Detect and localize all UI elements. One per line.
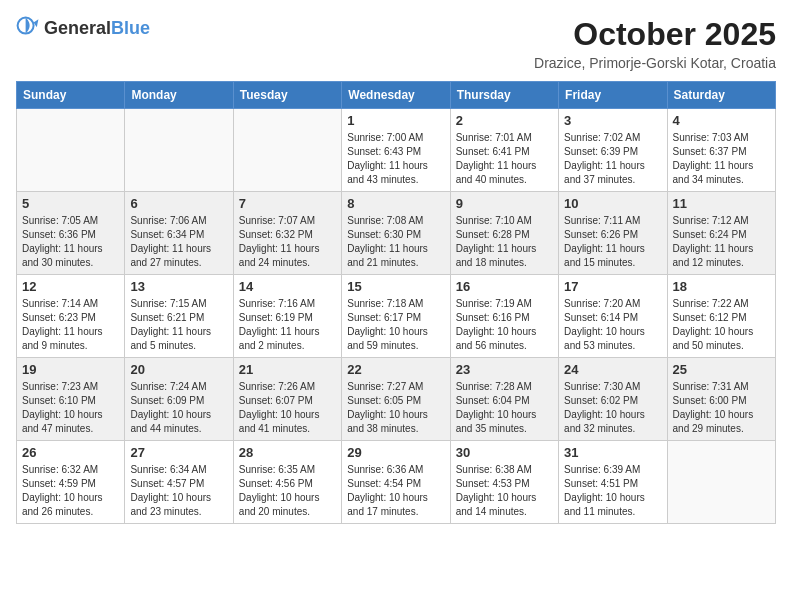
day-number: 10 (564, 196, 661, 211)
day-number: 16 (456, 279, 553, 294)
day-number: 31 (564, 445, 661, 460)
col-tuesday: Tuesday (233, 82, 341, 109)
day-info: Sunrise: 7:19 AM Sunset: 6:16 PM Dayligh… (456, 297, 553, 353)
calendar-cell (233, 109, 341, 192)
day-info: Sunrise: 7:26 AM Sunset: 6:07 PM Dayligh… (239, 380, 336, 436)
day-number: 27 (130, 445, 227, 460)
day-number: 9 (456, 196, 553, 211)
day-number: 8 (347, 196, 444, 211)
day-number: 13 (130, 279, 227, 294)
title-block: October 2025 Drazice, Primorje-Gorski Ko… (534, 16, 776, 71)
calendar-cell: 5Sunrise: 7:05 AM Sunset: 6:36 PM Daylig… (17, 192, 125, 275)
calendar-cell: 18Sunrise: 7:22 AM Sunset: 6:12 PM Dayli… (667, 275, 775, 358)
calendar-cell (17, 109, 125, 192)
calendar-title: October 2025 (534, 16, 776, 53)
day-info: Sunrise: 6:35 AM Sunset: 4:56 PM Dayligh… (239, 463, 336, 519)
col-thursday: Thursday (450, 82, 558, 109)
calendar-table: Sunday Monday Tuesday Wednesday Thursday… (16, 81, 776, 524)
calendar-cell: 29Sunrise: 6:36 AM Sunset: 4:54 PM Dayli… (342, 441, 450, 524)
calendar-cell: 2Sunrise: 7:01 AM Sunset: 6:41 PM Daylig… (450, 109, 558, 192)
day-number: 24 (564, 362, 661, 377)
day-info: Sunrise: 7:24 AM Sunset: 6:09 PM Dayligh… (130, 380, 227, 436)
day-number: 14 (239, 279, 336, 294)
day-info: Sunrise: 7:03 AM Sunset: 6:37 PM Dayligh… (673, 131, 770, 187)
calendar-cell: 9Sunrise: 7:10 AM Sunset: 6:28 PM Daylig… (450, 192, 558, 275)
day-info: Sunrise: 7:11 AM Sunset: 6:26 PM Dayligh… (564, 214, 661, 270)
calendar-cell: 20Sunrise: 7:24 AM Sunset: 6:09 PM Dayli… (125, 358, 233, 441)
day-number: 1 (347, 113, 444, 128)
day-number: 29 (347, 445, 444, 460)
day-number: 12 (22, 279, 119, 294)
calendar-cell (667, 441, 775, 524)
day-info: Sunrise: 6:32 AM Sunset: 4:59 PM Dayligh… (22, 463, 119, 519)
day-number: 6 (130, 196, 227, 211)
logo-icon (16, 16, 40, 40)
day-number: 23 (456, 362, 553, 377)
day-number: 7 (239, 196, 336, 211)
day-info: Sunrise: 6:36 AM Sunset: 4:54 PM Dayligh… (347, 463, 444, 519)
day-number: 20 (130, 362, 227, 377)
day-number: 18 (673, 279, 770, 294)
calendar-location: Drazice, Primorje-Gorski Kotar, Croatia (534, 55, 776, 71)
calendar-cell: 10Sunrise: 7:11 AM Sunset: 6:26 PM Dayli… (559, 192, 667, 275)
week-row-2: 5Sunrise: 7:05 AM Sunset: 6:36 PM Daylig… (17, 192, 776, 275)
day-info: Sunrise: 7:05 AM Sunset: 6:36 PM Dayligh… (22, 214, 119, 270)
calendar-cell: 27Sunrise: 6:34 AM Sunset: 4:57 PM Dayli… (125, 441, 233, 524)
calendar-cell: 15Sunrise: 7:18 AM Sunset: 6:17 PM Dayli… (342, 275, 450, 358)
day-info: Sunrise: 7:31 AM Sunset: 6:00 PM Dayligh… (673, 380, 770, 436)
day-number: 5 (22, 196, 119, 211)
calendar-cell: 19Sunrise: 7:23 AM Sunset: 6:10 PM Dayli… (17, 358, 125, 441)
day-number: 22 (347, 362, 444, 377)
day-number: 30 (456, 445, 553, 460)
day-number: 15 (347, 279, 444, 294)
day-info: Sunrise: 7:14 AM Sunset: 6:23 PM Dayligh… (22, 297, 119, 353)
calendar-cell: 16Sunrise: 7:19 AM Sunset: 6:16 PM Dayli… (450, 275, 558, 358)
day-info: Sunrise: 7:18 AM Sunset: 6:17 PM Dayligh… (347, 297, 444, 353)
calendar-cell: 28Sunrise: 6:35 AM Sunset: 4:56 PM Dayli… (233, 441, 341, 524)
day-number: 21 (239, 362, 336, 377)
day-info: Sunrise: 6:34 AM Sunset: 4:57 PM Dayligh… (130, 463, 227, 519)
calendar-cell: 1Sunrise: 7:00 AM Sunset: 6:43 PM Daylig… (342, 109, 450, 192)
day-info: Sunrise: 7:28 AM Sunset: 6:04 PM Dayligh… (456, 380, 553, 436)
day-info: Sunrise: 6:39 AM Sunset: 4:51 PM Dayligh… (564, 463, 661, 519)
day-info: Sunrise: 7:15 AM Sunset: 6:21 PM Dayligh… (130, 297, 227, 353)
day-number: 28 (239, 445, 336, 460)
day-number: 3 (564, 113, 661, 128)
calendar-cell: 26Sunrise: 6:32 AM Sunset: 4:59 PM Dayli… (17, 441, 125, 524)
day-info: Sunrise: 7:20 AM Sunset: 6:14 PM Dayligh… (564, 297, 661, 353)
calendar-cell: 22Sunrise: 7:27 AM Sunset: 6:05 PM Dayli… (342, 358, 450, 441)
day-info: Sunrise: 7:07 AM Sunset: 6:32 PM Dayligh… (239, 214, 336, 270)
calendar-cell: 3Sunrise: 7:02 AM Sunset: 6:39 PM Daylig… (559, 109, 667, 192)
logo-blue: Blue (111, 18, 150, 38)
week-row-5: 26Sunrise: 6:32 AM Sunset: 4:59 PM Dayli… (17, 441, 776, 524)
day-info: Sunrise: 7:22 AM Sunset: 6:12 PM Dayligh… (673, 297, 770, 353)
calendar-cell: 21Sunrise: 7:26 AM Sunset: 6:07 PM Dayli… (233, 358, 341, 441)
week-row-3: 12Sunrise: 7:14 AM Sunset: 6:23 PM Dayli… (17, 275, 776, 358)
day-number: 4 (673, 113, 770, 128)
calendar-header-row: Sunday Monday Tuesday Wednesday Thursday… (17, 82, 776, 109)
col-friday: Friday (559, 82, 667, 109)
col-saturday: Saturday (667, 82, 775, 109)
day-info: Sunrise: 7:06 AM Sunset: 6:34 PM Dayligh… (130, 214, 227, 270)
logo: GeneralBlue (16, 16, 150, 40)
day-number: 2 (456, 113, 553, 128)
calendar-cell (125, 109, 233, 192)
page-header: GeneralBlue October 2025 Drazice, Primor… (16, 16, 776, 71)
day-number: 11 (673, 196, 770, 211)
day-info: Sunrise: 7:01 AM Sunset: 6:41 PM Dayligh… (456, 131, 553, 187)
svg-point-0 (18, 18, 34, 34)
calendar-cell: 23Sunrise: 7:28 AM Sunset: 6:04 PM Dayli… (450, 358, 558, 441)
calendar-cell: 7Sunrise: 7:07 AM Sunset: 6:32 PM Daylig… (233, 192, 341, 275)
day-info: Sunrise: 7:16 AM Sunset: 6:19 PM Dayligh… (239, 297, 336, 353)
day-info: Sunrise: 7:10 AM Sunset: 6:28 PM Dayligh… (456, 214, 553, 270)
col-sunday: Sunday (17, 82, 125, 109)
day-info: Sunrise: 7:08 AM Sunset: 6:30 PM Dayligh… (347, 214, 444, 270)
calendar-cell: 6Sunrise: 7:06 AM Sunset: 6:34 PM Daylig… (125, 192, 233, 275)
col-monday: Monday (125, 82, 233, 109)
logo-text: GeneralBlue (44, 19, 150, 38)
day-info: Sunrise: 6:38 AM Sunset: 4:53 PM Dayligh… (456, 463, 553, 519)
calendar-cell: 11Sunrise: 7:12 AM Sunset: 6:24 PM Dayli… (667, 192, 775, 275)
calendar-cell: 17Sunrise: 7:20 AM Sunset: 6:14 PM Dayli… (559, 275, 667, 358)
day-number: 19 (22, 362, 119, 377)
calendar-cell: 14Sunrise: 7:16 AM Sunset: 6:19 PM Dayli… (233, 275, 341, 358)
